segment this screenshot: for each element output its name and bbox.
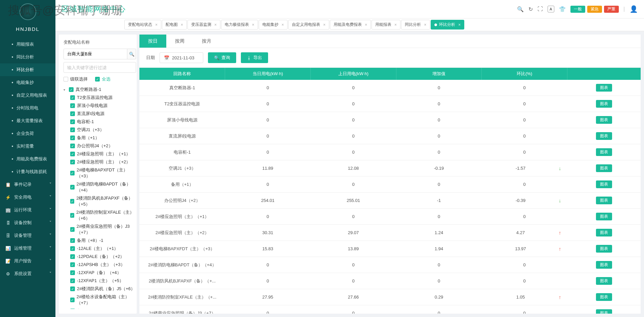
page-tab[interactable]: 自定义用电报表× [288, 20, 329, 30]
sidebar-item[interactable]: ⚡安全用电˅ [0, 191, 55, 204]
page-tab[interactable]: 用能及电费报表× [330, 20, 371, 30]
chart-button[interactable]: 图表 [596, 213, 612, 220]
tree-node[interactable]: ✓-12XFAP1（主）（+5） [70, 277, 136, 285]
station-search-button[interactable]: 🔍 [127, 49, 136, 59]
tree-filter-input[interactable] [63, 62, 136, 73]
tree-node[interactable]: ✓屏顶小母线电源 [70, 102, 136, 110]
sidebar-item[interactable]: 电能集抄 [0, 76, 55, 89]
tree-node[interactable]: ✓电容柜-1 [70, 118, 136, 126]
close-icon[interactable]: × [282, 22, 284, 27]
chart-button[interactable]: 图表 [596, 197, 612, 204]
close-icon[interactable]: × [214, 22, 217, 27]
page-tab[interactable]: 用能报表× [372, 20, 400, 30]
chart-button[interactable]: 图表 [596, 148, 612, 156]
tree-node[interactable]: ✓空调J1（+3） [70, 126, 136, 134]
sidebar-item[interactable]: 同比分析 [0, 51, 55, 63]
tree-node[interactable]: ✓T2变压器温控电源 [70, 94, 136, 102]
fullscreen-icon[interactable]: ⛶ [538, 6, 543, 12]
chart-button[interactable]: 图表 [596, 180, 612, 188]
tree-node[interactable]: ✓直流屏I段电源 [70, 110, 136, 118]
tree-node[interactable]: ✓2#楼电梯BAPXFDT（主）（+3） [70, 166, 136, 180]
tree-node[interactable]: ✓2#楼消防电梯BAPDT（备）（+4） [70, 180, 136, 194]
page-title: 区域智能网络中心 [61, 4, 126, 14]
date-picker[interactable]: 📅 2021-11-03 [160, 52, 203, 63]
page-tab[interactable]: 电力极值报表× [221, 20, 258, 30]
page-tab[interactable]: 电能集抄× [259, 20, 288, 30]
tree-node[interactable]: ✓-12ALE（主）（+1） [70, 245, 136, 253]
tree-node[interactable]: ✓2楼消防风机BJFAPXF（备）（+5） [70, 194, 136, 208]
search-icon[interactable]: 🔍 [517, 6, 524, 12]
sidebar-item[interactable]: 计量与线路损耗 [0, 165, 55, 178]
close-icon[interactable]: × [323, 22, 326, 27]
refresh-icon[interactable]: ↻ [528, 6, 533, 12]
sidebar-item[interactable]: 📊运维管理˅ [0, 242, 55, 255]
alarm-badge[interactable]: 一般 [570, 6, 585, 13]
sidebar-item[interactable]: 自定义用电报表 [0, 89, 55, 102]
tree-node[interactable]: ✓办公照明J4（+2） [70, 142, 136, 150]
close-icon[interactable]: × [458, 22, 461, 27]
page-tab[interactable]: 配电图× [162, 20, 187, 30]
period-tab[interactable]: 按月 [193, 35, 220, 48]
tree-node[interactable]: ▾✓真空断路器-1 [63, 86, 136, 94]
tree-node[interactable]: ✓-12APSHB（主）（+3） [70, 261, 136, 269]
tree-node[interactable]: ✓2#楼应急照明（主）（+2） [70, 158, 136, 166]
alarm-badge[interactable]: 紧急 [587, 6, 602, 13]
sidebar-item[interactable]: 实时需量 [0, 140, 55, 153]
period-tab[interactable]: 按日 [139, 35, 166, 48]
sidebar-item[interactable]: 📝用户报告˅ [0, 255, 55, 267]
tree-node[interactable]: ✓备用（+1） [70, 134, 136, 142]
sidebar-item[interactable]: 🗄设备管理˅ [0, 229, 55, 242]
tree-node[interactable]: ✓2#楼商业应急照明（备）J3（+7） [70, 222, 136, 236]
chart-button[interactable]: 图表 [596, 293, 612, 301]
chart-button[interactable]: 图表 [596, 261, 612, 269]
tree-node[interactable]: ✓2#楼消防控制室XFALE（主）（+6） [70, 208, 136, 222]
export-button[interactable]: ⭳导出 [241, 52, 268, 63]
close-icon[interactable]: × [394, 22, 397, 27]
page-tab[interactable]: 环比分析× [431, 20, 464, 30]
sidebar-item[interactable]: 企业负荷 [0, 127, 55, 140]
select-all-checkbox[interactable]: ✓全选 [95, 76, 111, 82]
tree-node[interactable]: ✓备用（+8）-2 [70, 307, 136, 309]
chart-button[interactable]: 图表 [596, 309, 612, 314]
close-icon[interactable]: × [181, 22, 183, 27]
sidebar-item[interactable]: 用能报表 [0, 38, 55, 51]
chart-button[interactable]: 图表 [596, 116, 612, 124]
sidebar-item[interactable]: 🎛设备控制˅ [0, 216, 55, 229]
tree-node[interactable]: ✓备用（+8）-1 [70, 236, 136, 245]
sidebar-item[interactable]: 📋事件记录˅ [0, 178, 55, 191]
sidebar-item[interactable]: 最大需量报表 [0, 114, 55, 127]
page-tab[interactable]: 变压器监测× [187, 20, 220, 30]
chevron-down-icon: ˅ [49, 271, 51, 276]
sidebar-item[interactable]: 用能及电费报表 [0, 153, 55, 165]
station-select[interactable] [63, 49, 127, 59]
chart-button[interactable]: 图表 [596, 164, 612, 172]
chart-button[interactable]: 图表 [596, 229, 612, 236]
tree-node[interactable]: ✓2#楼消防风机（备）J5（+6） [70, 285, 136, 293]
page-tab[interactable]: 变配电站状态× [124, 20, 161, 30]
page-tab[interactable]: 同比分析× [401, 20, 430, 30]
period-tab[interactable]: 按周 [166, 35, 193, 48]
theme-icon[interactable]: 👕 [559, 6, 566, 12]
sidebar-item[interactable]: 分时段用电 [0, 102, 55, 114]
sidebar-item[interactable]: 环比分析 [0, 63, 55, 76]
chart-button[interactable]: 图表 [596, 100, 612, 108]
font-size-icon[interactable]: A [548, 6, 554, 12]
chart-button[interactable]: 图表 [596, 277, 612, 285]
close-icon[interactable]: × [252, 22, 254, 27]
chart-button[interactable]: 图表 [596, 132, 612, 140]
close-icon[interactable]: × [155, 22, 158, 27]
tree-node[interactable]: ✓2#楼给水设备配电箱（主）（+7） [70, 293, 136, 307]
chart-button[interactable]: 图表 [596, 245, 612, 253]
user-avatar[interactable]: 👤 [630, 5, 638, 13]
sidebar-item[interactable]: ⚙系统设置˅ [0, 267, 55, 280]
tree-node[interactable]: ✓2#楼应急照明（主）（+1） [70, 150, 136, 158]
alarm-badge[interactable]: 严重 [604, 6, 619, 13]
close-icon[interactable]: × [365, 22, 367, 27]
query-button[interactable]: 🔍查询 [208, 52, 236, 63]
tree-node[interactable]: ✓-12XFAP（备）（+4） [70, 269, 136, 277]
sidebar-item[interactable]: 🏢运行环境˅ [0, 204, 55, 216]
close-icon[interactable]: × [424, 22, 426, 27]
tree-node[interactable]: ✓-12PDALE（备）（+2） [70, 253, 136, 261]
chart-button[interactable]: 图表 [596, 84, 612, 92]
cascade-checkbox[interactable]: 级联选择 [63, 76, 88, 82]
